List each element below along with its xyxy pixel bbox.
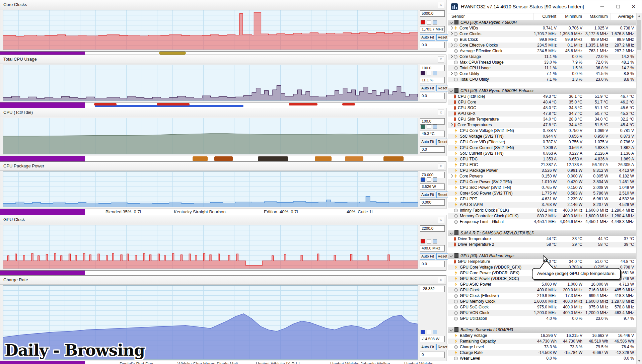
graph-color-swatch[interactable] — [421, 330, 425, 334]
sensor-row[interactable]: Core Usage11.1 %0.0 %72.0 %14.2 % — [448, 54, 637, 60]
graph-scale-max-field[interactable]: 2200.0 — [420, 225, 445, 232]
sensor-row[interactable]: CPU EDC21.387 A12.133 A56.197 A26.305 A — [448, 162, 637, 168]
sensor-row[interactable]: Charge Level73.3 %73.3 %79.5 %76.4 % — [448, 344, 637, 350]
column-maximum[interactable]: Maximum — [585, 13, 611, 20]
sensor-row[interactable]: Total CPU Utility7.1 %1.3 %23.0 %8.8 % — [448, 77, 637, 82]
section-row[interactable]: S.M.A.R.T.: SAMSUNG MZVLB1T0HBLR-000... — [448, 230, 637, 236]
sensor-row[interactable]: Frequency Limit - Global4,450.1 MHz4,046… — [448, 219, 637, 225]
column-current[interactable]: Current — [533, 13, 559, 20]
sensor-row[interactable]: CPU SOC48.0 °C34.8 °C51.1 °C45.6 °C — [448, 105, 637, 111]
graph-scale-min-field[interactable]: 0.000 — [420, 199, 445, 206]
column-minimum[interactable]: Minimum — [559, 13, 585, 20]
sensor-row[interactable]: CPU Skin Temperature34.0 °C28.8 °C34.0 °… — [448, 117, 637, 122]
reset-button[interactable]: Reset — [436, 344, 449, 350]
background-color-swatch[interactable] — [427, 239, 431, 243]
maximize-button[interactable] — [611, 0, 626, 13]
auto-fit-button[interactable]: Auto Fit — [420, 344, 435, 350]
graph-scale-max-field[interactable]: -28.382 — [420, 286, 445, 292]
section-row[interactable]: CPU [#0]: AMD Ryzen 7 5800H: Enhanced — [448, 88, 637, 94]
graph-window-cpu-package-power[interactable]: CPU Package Powerx70.0003.526 WAuto FitR… — [0, 161, 446, 209]
sensor-row[interactable]: Wear Level0.0 %0.0 % — [448, 356, 637, 361]
sensor-row[interactable]: Infinity Fabric Clock (FCLK)880.2 MHz400… — [448, 208, 637, 213]
sensor-row[interactable]: Charge Rate-14.503 W-15.784 W-6.667 W-12… — [448, 350, 637, 356]
column-sensor[interactable]: Sensor — [448, 13, 533, 20]
graph-close-icon[interactable]: x — [438, 2, 444, 8]
minimize-button[interactable] — [594, 0, 610, 13]
expand-icon[interactable] — [450, 174, 453, 178]
scroll-down-icon[interactable] — [638, 360, 641, 362]
sensor-row[interactable]: CPU TDC1.353 A0.653 A4.836 A1.869 A — [448, 156, 637, 162]
graph-window-cpu-tctl-tdie-[interactable]: CPU (Tctl/Tdie)x100.049.3 °CAuto FitRese… — [0, 108, 446, 156]
sensor-row[interactable]: Battery Voltage16.296 V16.215 V16.663 V1… — [448, 333, 637, 339]
graph-window-titlebar[interactable]: CPU (Tctl/Tdie)x — [0, 108, 446, 117]
graph-color-swatch[interactable] — [421, 71, 425, 75]
sensor-row[interactable]: Core Clocks1,703.7 MHz1,398.9 MHz3,172.6… — [448, 31, 637, 37]
sensor-row[interactable]: GPU Clock (Effective)219.9 MHz17.3 MHz69… — [448, 293, 637, 299]
sensor-row[interactable]: CPU Package Power3.526 W0.991 W8.312 W4.… — [448, 168, 637, 173]
graph-scale-min-field[interactable]: 0.0 — [420, 146, 445, 153]
expand-icon[interactable] — [450, 26, 453, 30]
sensor-row[interactable]: CPU Core VID (Effective)0.787 V0.756 V1.… — [448, 139, 637, 145]
collapse-icon[interactable] — [450, 21, 453, 24]
reset-button[interactable]: Reset — [436, 139, 449, 145]
auto-fit-button[interactable]: Auto Fit — [420, 192, 435, 198]
grid-color-swatch[interactable] — [433, 177, 437, 182]
scrollbar-thumb[interactable] — [637, 20, 641, 50]
sensor-row[interactable]: GPU ASIC Power5.000 W1.000 W16.000 W4.71… — [448, 282, 637, 287]
sensor-row[interactable]: CPU Core48.4 °C35.0 °C51.7 °C46.2 °C — [448, 99, 637, 105]
graph-close-icon[interactable]: x — [438, 277, 444, 283]
sensor-row[interactable]: Core Effective Clocks234.5 MHz0.1 MHz1,3… — [448, 43, 637, 48]
graph-window-gpu-clock[interactable]: GPU Clockx2200.0400.0 MHzAuto FitReset0.… — [0, 215, 446, 271]
graph-color-swatch[interactable] — [421, 20, 425, 24]
graph-window-titlebar[interactable]: GPU Clockx — [0, 215, 446, 224]
graph-scale-min-field[interactable]: 0 — [420, 352, 445, 358]
hwinfo-titlebar[interactable]: HWiNFO32 v7.14-4610 Sensor Status [90 va… — [448, 0, 642, 13]
graph-window-titlebar[interactable]: Charge Ratex — [0, 276, 446, 285]
graph-scale-min-field[interactable]: 0.0 — [420, 261, 445, 267]
sensor-row[interactable]: GPU SoC Clock975.0 MHz400.0 MHz975.0 MHz… — [448, 304, 637, 310]
collapse-icon[interactable] — [450, 89, 453, 92]
sensor-row[interactable]: APU GFX47.8 °C34.7 °C50.7 °C45.3 °C — [448, 111, 637, 117]
graph-close-icon[interactable]: x — [438, 163, 444, 169]
graph-close-icon[interactable]: x — [438, 217, 444, 223]
reset-button[interactable]: Reset — [436, 253, 449, 260]
grid-color-swatch[interactable] — [433, 20, 437, 24]
graph-close-icon[interactable]: x — [438, 56, 444, 63]
grid-color-swatch[interactable] — [433, 239, 437, 243]
collapse-icon[interactable] — [450, 328, 453, 332]
reset-button[interactable]: Reset — [436, 85, 449, 91]
graph-window-titlebar[interactable]: Core Clocksx — [0, 0, 446, 9]
background-color-swatch[interactable] — [427, 71, 431, 75]
sensor-row[interactable]: Core Powers0.150 W0.000 W0.805 W0.182 W — [448, 173, 637, 179]
reset-button[interactable]: Reset — [436, 34, 449, 41]
graph-scale-max-field[interactable]: 100.0 — [420, 65, 445, 71]
sensor-row[interactable]: Remaining Capacity44.730 Wh44.730 Wh48.5… — [448, 339, 637, 344]
graph-color-swatch[interactable] — [421, 125, 425, 129]
graph-window-core-clocks[interactable]: Core Clocksx5000.01,703.7 MHzAuto FitRes… — [0, 0, 446, 52]
auto-fit-button[interactable]: Auto Fit — [420, 139, 435, 145]
sensor-row[interactable]: Average Effective Clock234.5 MHz45.6 MHz… — [448, 48, 637, 54]
graph-window-total-cpu-usage[interactable]: Total CPU Usagex100.011.1 %Auto FitReset… — [0, 55, 446, 102]
sensor-row[interactable]: Core Temperatures47.8 °C34.4 °C51.5 °C45… — [448, 122, 637, 128]
auto-fit-button[interactable]: Auto Fit — [420, 253, 435, 260]
graph-scale-min-field[interactable]: 0.0 — [420, 93, 445, 99]
expand-icon[interactable] — [450, 32, 453, 35]
scroll-up-icon[interactable] — [638, 15, 641, 17]
sensor-row[interactable]: Bus Clock99.9 MHz99.9 MHz99.9 MHz99.9 MH… — [448, 37, 637, 43]
collapse-icon[interactable] — [450, 231, 453, 235]
graph-color-swatch[interactable] — [421, 239, 425, 243]
sensor-row[interactable]: Max CPU/Thread Usage33.0 %7.9 %72.0 %48.… — [448, 60, 637, 65]
section-row[interactable]: CPU [#0]: AMD Ryzen 7 5800H — [448, 20, 637, 25]
sensor-row[interactable]: CPU Core Power (SVI2 TFN)1.010 W0.420 W3… — [448, 179, 637, 185]
expand-icon[interactable] — [450, 72, 453, 75]
graph-close-icon[interactable]: x — [438, 110, 444, 116]
graph-window-titlebar[interactable]: Total CPU Usagex — [0, 55, 446, 64]
background-color-swatch[interactable] — [427, 330, 431, 334]
section-row[interactable]: Battery: Sunwoda L19D4PH3 — [448, 327, 637, 333]
graph-window-titlebar[interactable]: CPU Package Powerx — [0, 162, 446, 171]
grid-color-swatch[interactable] — [433, 330, 437, 334]
graph-color-swatch[interactable] — [421, 177, 425, 182]
collapse-icon[interactable] — [450, 254, 453, 258]
background-color-swatch[interactable] — [427, 125, 431, 129]
expand-icon[interactable] — [450, 55, 453, 58]
